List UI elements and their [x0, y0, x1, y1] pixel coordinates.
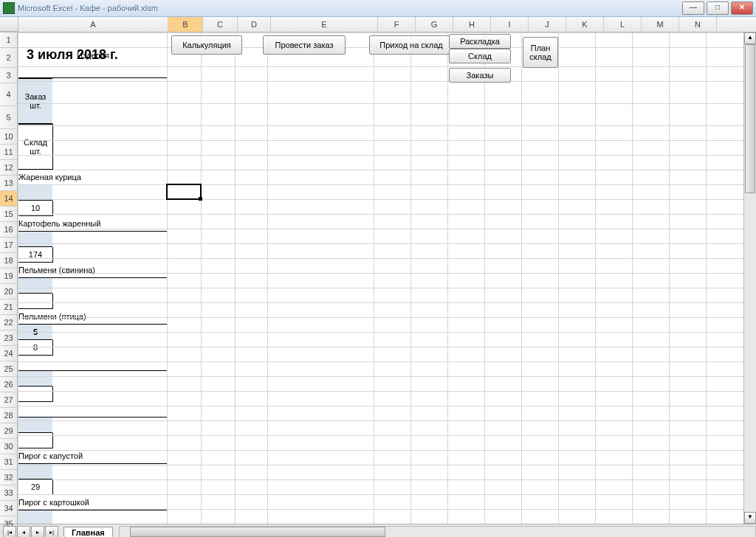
col-header-N[interactable]: N — [679, 17, 717, 32]
row-header-20[interactable]: 20 — [0, 284, 18, 299]
row-header-15[interactable]: 15 — [0, 207, 18, 222]
left-item-name: Пирог с картошкой — [18, 495, 168, 510]
row-header-27[interactable]: 27 — [0, 392, 18, 408]
row-header-1[interactable]: 1 — [0, 32, 18, 48]
tab-prev-button[interactable]: ◂ — [17, 526, 30, 537]
row-header-28[interactable]: 28 — [0, 408, 18, 423]
row-header-14[interactable]: 14 — [0, 191, 18, 207]
row-header-22[interactable]: 22 — [0, 315, 18, 330]
left-item-order — [18, 510, 52, 524]
vscroll-thumb[interactable] — [745, 44, 755, 193]
left-hdr-order: Заказшт. — [18, 78, 52, 124]
left-item-name: Пельмени (свинина) — [18, 263, 168, 278]
row-header-17[interactable]: 17 — [0, 238, 18, 253]
sheet-tabbar: |◂ ◂ ▸ ▸| Главная — [0, 524, 756, 537]
col-header-H[interactable]: H — [453, 17, 491, 32]
calc-button[interactable]: Калькуляция — [171, 35, 242, 55]
col-header-L[interactable]: L — [604, 17, 642, 32]
excel-icon — [3, 2, 15, 14]
row-header-33[interactable]: 33 — [0, 485, 18, 501]
col-header-A[interactable]: A — [18, 17, 168, 32]
left-item-order — [18, 278, 52, 294]
col-header-M[interactable]: M — [642, 17, 679, 32]
column-headers: ABCDEFGHIJKLMN — [0, 17, 756, 32]
row-headers: 1234510111213141516171819202122232425262… — [0, 32, 18, 524]
row-header-13[interactable]: 13 — [0, 176, 18, 191]
sheet-tab[interactable]: Главная — [63, 527, 113, 538]
layout-button[interactable]: Раскладка — [449, 34, 511, 49]
left-item-order — [18, 464, 52, 479]
row-header-26[interactable]: 26 — [0, 377, 18, 392]
left-hdr-stock: Складшт. — [18, 124, 53, 170]
left-item-name: Жареная курица — [18, 170, 168, 185]
tab-next-button[interactable]: ▸ — [31, 526, 44, 537]
orders-button[interactable]: Заказы — [449, 68, 511, 83]
left-item-order — [18, 185, 52, 201]
row-header-19[interactable]: 19 — [0, 268, 18, 284]
left-item-name: Пирог с капустой — [18, 448, 168, 464]
left-item-order — [18, 232, 52, 247]
close-button[interactable]: ✕ — [731, 1, 753, 15]
row-header-29[interactable]: 29 — [0, 423, 18, 439]
row-header-34[interactable]: 34 — [0, 501, 18, 516]
row-header-16[interactable]: 16 — [0, 222, 18, 238]
order-button[interactable]: Провести заказ — [263, 35, 346, 55]
hscroll-thumb[interactable] — [130, 527, 386, 537]
row-header-10[interactable]: 10 — [0, 129, 18, 145]
col-header-B[interactable]: B — [168, 17, 203, 32]
col-header-K[interactable]: K — [566, 17, 604, 32]
active-cell — [166, 184, 202, 200]
col-header-G[interactable]: G — [416, 17, 453, 32]
titlebar: Microsoft Excel - Кафе - рабочий.xlsm — … — [0, 0, 756, 17]
col-header-F[interactable]: F — [378, 17, 416, 32]
row-header-24[interactable]: 24 — [0, 346, 18, 361]
scroll-up-button[interactable]: ▲ — [744, 32, 756, 44]
col-header-I[interactable]: I — [491, 17, 529, 32]
window-title: Microsoft Excel - Кафе - рабочий.xlsm — [18, 4, 158, 13]
spreadsheet-grid[interactable]: 3 июля 2018 г.КалькуляцияПровести заказП… — [18, 32, 743, 524]
stock-button[interactable]: Склад — [449, 49, 511, 63]
left-item-order — [18, 371, 52, 387]
row-header-12[interactable]: 12 — [0, 160, 18, 176]
col-header-E[interactable]: E — [271, 17, 378, 32]
col-header-C[interactable]: C — [203, 17, 238, 32]
tab-first-button[interactable]: |◂ — [3, 526, 16, 537]
income-button[interactable]: Приход на склад — [369, 35, 453, 55]
left-item-name — [18, 356, 168, 371]
left-item-name — [18, 402, 168, 418]
row-header-32[interactable]: 32 — [0, 470, 18, 485]
plan-button[interactable]: Плансклад — [523, 37, 558, 68]
left-item-stock — [18, 387, 53, 402]
row-header-23[interactable]: 23 — [0, 330, 18, 346]
left-item-stock: 174 — [18, 247, 53, 263]
vertical-scrollbar[interactable]: ▲ ▼ — [743, 32, 756, 524]
maximize-button[interactable]: □ — [707, 1, 729, 15]
date-label: 3 июля 2018 г. — [27, 47, 167, 66]
row-header-4[interactable]: 4 — [0, 83, 18, 106]
row-header-21[interactable]: 21 — [0, 299, 18, 315]
row-header-30[interactable]: 30 — [0, 439, 18, 454]
scroll-down-button[interactable]: ▼ — [744, 512, 756, 524]
minimize-button[interactable]: — — [682, 1, 704, 15]
tab-last-button[interactable]: ▸| — [45, 526, 58, 537]
row-header-2[interactable]: 2 — [0, 48, 18, 68]
horizontal-scrollbar[interactable] — [119, 526, 756, 537]
left-item-stock: 29 — [18, 479, 53, 495]
col-header-J[interactable]: J — [529, 17, 566, 32]
row-header-3[interactable]: 3 — [0, 68, 18, 83]
left-item-stock: 8 — [18, 340, 53, 356]
row-header-5[interactable]: 5 — [0, 106, 18, 129]
col-header-D[interactable]: D — [238, 17, 271, 32]
row-header-18[interactable]: 18 — [0, 253, 18, 268]
row-header-25[interactable]: 25 — [0, 361, 18, 377]
select-all-corner[interactable] — [0, 17, 18, 32]
row-header-11[interactable]: 11 — [0, 145, 18, 160]
row-header-31[interactable]: 31 — [0, 454, 18, 470]
left-item-stock — [18, 294, 53, 309]
